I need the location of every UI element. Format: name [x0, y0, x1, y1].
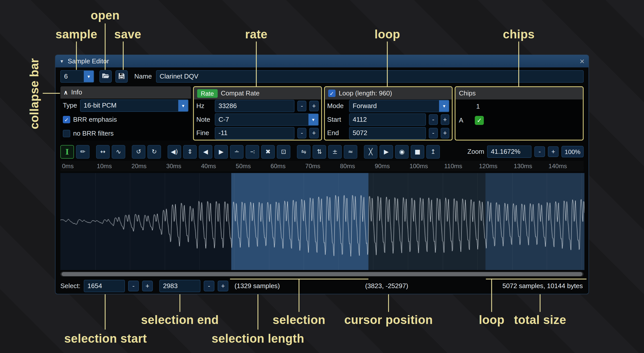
loop-end-increment-button[interactable]: +: [441, 128, 449, 138]
annotation-selection-start: selection start: [64, 332, 147, 345]
crossfade-loop-button[interactable]: ╳: [364, 145, 378, 159]
stop-button[interactable]: ■: [411, 145, 424, 159]
callout-line-cursor-position: [388, 294, 389, 312]
sample-number-select[interactable]: 6 ▼: [60, 70, 94, 83]
callout-line-chips: [518, 41, 519, 87]
info-panel-header[interactable]: ∧ Info: [60, 86, 191, 99]
selection-end-decrement-button[interactable]: -: [204, 281, 214, 291]
note-select[interactable]: C-7 ▼: [215, 113, 318, 126]
type-label: Type: [63, 102, 77, 109]
zoom-cluster: Zoom - + 100%: [467, 145, 583, 158]
zoom-out-button[interactable]: -: [534, 146, 545, 157]
preview-button[interactable]: ▶: [380, 145, 393, 159]
total-size-text: 5072 samples, 10144 bytes: [502, 282, 583, 290]
rate-header-label: Compat Rate: [221, 90, 259, 97]
time-tick-label: 70ms: [305, 162, 320, 169]
waveform-view[interactable]: [60, 173, 583, 270]
check-icon: ✓: [330, 90, 334, 96]
resize-button[interactable]: ↔: [96, 145, 110, 159]
rate-badge: Rate: [197, 89, 218, 97]
time-tick-label: 50ms: [236, 162, 251, 169]
hz-label: Hz: [196, 103, 212, 110]
resample-button[interactable]: ∿: [112, 145, 125, 159]
page-background: sample open save rate loop chips collaps…: [0, 0, 644, 353]
callout-line-total-size: [540, 294, 541, 312]
open-button[interactable]: [99, 70, 112, 83]
chip-a-checkbox[interactable]: ✓: [475, 116, 484, 125]
window-collapse-icon[interactable]: ▼: [60, 59, 64, 64]
close-icon[interactable]: ×: [580, 57, 584, 65]
annotation-open: open: [91, 9, 120, 22]
status-bar: Select: - + - + (1329 samples) (3823, -2…: [60, 280, 583, 292]
redo-button[interactable]: ↻: [147, 145, 161, 159]
fine-decrement-button[interactable]: -: [297, 128, 306, 138]
edit-select-button[interactable]: I: [60, 145, 74, 159]
loop-start-decrement-button[interactable]: -: [429, 114, 438, 125]
loop-enabled-checkbox[interactable]: ✓: [328, 90, 335, 97]
no-brr-filters-label: no BRR filters: [73, 130, 114, 137]
window-titlebar[interactable]: ▼ Sample Editor ×: [56, 55, 589, 67]
hz-increment-button[interactable]: +: [309, 101, 318, 111]
scrollbar-thumb[interactable]: [62, 272, 582, 276]
annotation-sample: sample: [56, 28, 97, 41]
edit-draw-button[interactable]: ✏: [76, 145, 90, 159]
time-tick-label: 40ms: [201, 162, 216, 169]
selection-start-decrement-button[interactable]: -: [128, 281, 139, 291]
loop-mode-value: Forward: [350, 100, 439, 112]
filter-button[interactable]: ≈: [344, 145, 357, 159]
brr-emphasis-label: BRR emphasis: [73, 116, 117, 123]
zoom-input[interactable]: [487, 145, 531, 158]
insert-silence-button[interactable]: ∸: [230, 145, 244, 159]
window-title: Sample Editor: [68, 58, 109, 65]
brr-emphasis-checkbox[interactable]: ✓: [63, 116, 70, 123]
waveform-scrollbar[interactable]: [60, 272, 583, 277]
normalize-button[interactable]: ⇕: [183, 145, 197, 159]
type-select[interactable]: 16-bit PCM ▼: [80, 99, 189, 112]
selection-start-increment-button[interactable]: +: [142, 281, 153, 291]
zoom-reset-button[interactable]: 100%: [561, 146, 584, 158]
selection-end-increment-button[interactable]: +: [218, 281, 228, 291]
save-file-button[interactable]: ↥: [426, 145, 440, 159]
note-value: C-7: [215, 114, 308, 125]
reverse-button[interactable]: ⇋: [297, 145, 311, 159]
time-tick-label: 120ms: [479, 162, 497, 169]
chevron-down-icon[interactable]: ▼: [439, 100, 449, 112]
save-button[interactable]: [115, 70, 128, 83]
annotation-chips: chips: [503, 28, 535, 41]
fade-out-button[interactable]: ▶: [214, 145, 228, 159]
selection-start-input[interactable]: [84, 280, 125, 292]
name-input[interactable]: [156, 70, 584, 83]
apply-silence-button[interactable]: ∹: [246, 145, 259, 159]
chevron-down-icon[interactable]: ▼: [178, 100, 188, 111]
hz-input[interactable]: [215, 100, 294, 112]
zoom-in-button[interactable]: +: [548, 146, 558, 157]
hz-decrement-button[interactable]: -: [297, 101, 306, 111]
annotation-total-size: total size: [514, 313, 566, 327]
waveform-canvas[interactable]: [60, 173, 584, 270]
loop-start-increment-button[interactable]: +: [441, 114, 449, 125]
sample-number-value: 6: [61, 71, 84, 82]
collapse-bar-icon[interactable]: ∧: [64, 89, 68, 96]
loop-end-decrement-button[interactable]: -: [429, 128, 438, 138]
amplify-button[interactable]: ◀): [168, 145, 181, 159]
annotation-rate: rate: [245, 28, 267, 41]
fine-input[interactable]: [215, 127, 294, 139]
invert-button[interactable]: ⇅: [313, 145, 326, 159]
loop-end-input[interactable]: [349, 127, 426, 139]
sign-exchange-button[interactable]: ±: [328, 145, 342, 159]
chevron-down-icon[interactable]: ▼: [84, 71, 94, 82]
fade-in-button[interactable]: ◀: [199, 145, 212, 159]
selection-end-input[interactable]: [159, 280, 200, 292]
undo-button[interactable]: ↺: [132, 145, 145, 159]
play-cursor-button[interactable]: ◉: [395, 145, 409, 159]
callout-line-selection-end: [179, 294, 180, 312]
annotation-save: save: [114, 28, 141, 41]
fine-increment-button[interactable]: +: [309, 128, 318, 138]
trim-button[interactable]: ⊡: [277, 145, 290, 159]
chevron-down-icon[interactable]: ▼: [308, 114, 318, 125]
loop-panel-header: ✓ Loop (length: 960): [325, 87, 452, 99]
no-brr-filters-checkbox[interactable]: [63, 130, 70, 137]
loop-mode-select[interactable]: Forward ▼: [349, 100, 449, 112]
delete-button[interactable]: ✖: [261, 145, 275, 159]
loop-start-input[interactable]: [349, 113, 426, 126]
